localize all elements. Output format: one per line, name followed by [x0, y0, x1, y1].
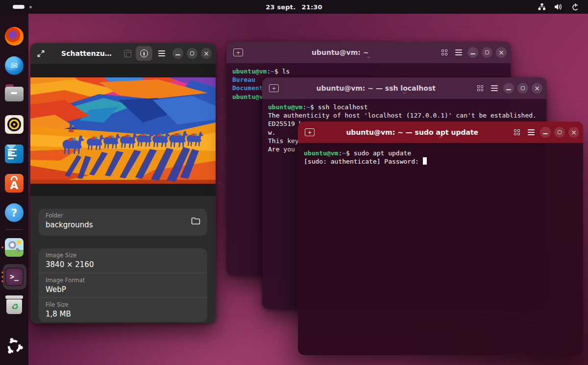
clock-date: 23 sept. — [266, 3, 295, 11]
image-viewer-titlebar[interactable]: Schattenzu… i × — [30, 43, 216, 64]
fullscreen-icon[interactable] — [34, 47, 47, 60]
dock-item-thunderbird[interactable]: ✉ — [0, 51, 28, 80]
terminal-window-sudo-apt-update: +ubuntu@vm: ~ — sudo apt update~×ubuntu@… — [298, 122, 583, 355]
close-button[interactable]: × — [496, 47, 507, 58]
maximize-button[interactable] — [517, 83, 528, 94]
camel-caravan-image — [30, 77, 216, 184]
new-tab-icon[interactable]: + — [269, 84, 279, 92]
workspace-indicator[interactable] — [13, 5, 32, 9]
minimize-button[interactable] — [172, 48, 183, 59]
dock-item-firefox[interactable] — [0, 22, 28, 51]
dock-item-trash[interactable]: ♻ — [0, 292, 28, 321]
menu-button[interactable] — [491, 85, 498, 91]
window-subtitle: ~ — [402, 91, 406, 96]
window-subtitle: ~ — [367, 55, 370, 60]
terminal-titlebar[interactable]: +ubuntu@vm: ~ — sudo apt update~× — [298, 122, 583, 143]
dock-item-libreoffice-writer[interactable] — [0, 139, 28, 169]
ubuntu-logo-icon — [5, 337, 24, 356]
image-viewer-window: Schattenzu… i × — [30, 43, 216, 323]
speaker-icon — [555, 3, 563, 10]
image-format-label: Image Format — [46, 277, 200, 284]
dock-item-show-apps[interactable] — [0, 332, 28, 361]
property-folder[interactable]: Folder backgrounds — [39, 209, 207, 236]
files-icon — [5, 87, 24, 105]
image-viewer-icon — [5, 238, 24, 257]
new-tab-icon[interactable]: + — [233, 49, 243, 56]
dock: ✉ A ? >_ ♻ — [0, 14, 28, 365]
image-format-value: WebP — [46, 285, 200, 294]
menu-button[interactable] — [154, 46, 169, 61]
dock-item-rhythmbox[interactable] — [0, 110, 28, 139]
new-tab-icon[interactable]: + — [305, 128, 315, 136]
rhythmbox-icon — [5, 115, 24, 134]
file-size-label: File Size — [46, 301, 200, 308]
menu-button[interactable] — [528, 129, 535, 135]
terminal-line: [sudo: authenticate] Password: — [304, 157, 583, 166]
terminal-titlebar[interactable]: +ubuntu@vm: ~ — ssh localhost~× — [262, 77, 546, 99]
clock-time: 21:30 — [301, 3, 322, 11]
minimize-button[interactable] — [467, 47, 478, 58]
terminal-line: ubuntu@vm:~$ ls — [232, 67, 511, 75]
dock-item-files[interactable] — [0, 80, 28, 110]
window-title: Schattenzu… — [50, 49, 123, 57]
power-icon — [572, 3, 579, 11]
dock-item-help[interactable]: ? — [0, 198, 28, 227]
dock-separator — [6, 229, 23, 230]
help-icon: ? — [5, 203, 24, 222]
terminal-line: The authenticity of host 'localhost (127… — [268, 111, 546, 120]
firefox-icon — [5, 27, 24, 46]
maximize-button[interactable] — [554, 127, 565, 138]
terminal-output[interactable]: ubuntu@vm:~$ sudo apt update[sudo: authe… — [298, 143, 583, 166]
terminal-cursor — [423, 157, 427, 165]
image-size-value: 3840 × 2160 — [46, 260, 200, 269]
running-indicator — [1, 246, 3, 248]
property-image-size: Image Size 3840 × 2160 — [39, 248, 207, 273]
clock[interactable]: 23 sept. 21:30 — [266, 3, 322, 11]
trash-icon: ♻ — [5, 298, 24, 316]
window-title: ubuntu@vm: ~ — ssh localhost — [279, 84, 473, 92]
info-icon: i — [140, 49, 148, 57]
property-image-format: Image Format WebP — [39, 273, 207, 297]
terminal-line: ubuntu@vm:~$ sudo apt update — [304, 149, 583, 157]
thunderbird-icon: ✉ — [5, 56, 24, 75]
maximize-button[interactable] — [482, 47, 492, 58]
minimize-button[interactable] — [503, 83, 514, 94]
tab-overview-icon[interactable] — [477, 85, 484, 92]
tab-overview-icon[interactable] — [441, 49, 448, 56]
image-letterbox-top — [30, 64, 216, 77]
active-workspace-pill[interactable] — [13, 5, 24, 9]
close-button[interactable]: × — [568, 127, 579, 138]
menu-button[interactable] — [455, 49, 462, 55]
properties-panel: Folder backgrounds Image Size 3840 × 216… — [30, 209, 216, 323]
file-size-value: 1,8 MB — [46, 310, 200, 318]
window-title: ubuntu@vm: ~ — sudo apt update — [315, 128, 510, 136]
folder-value: backgrounds — [46, 220, 200, 229]
properties-toggle-button[interactable]: i — [136, 46, 152, 61]
network-tree-icon — [538, 3, 546, 10]
console-icon: >_ — [5, 268, 24, 286]
dock-item-image-viewer[interactable] — [0, 233, 28, 262]
copy-image-icon[interactable] — [124, 50, 131, 57]
top-bar: 23 sept. 21:30 — [0, 0, 588, 14]
dock-item-console[interactable]: >_ — [0, 262, 28, 292]
image-letterbox-bottom — [30, 184, 216, 196]
dock-item-app-center[interactable]: A — [0, 169, 28, 198]
system-status-area[interactable] — [538, 3, 579, 11]
app-center-icon: A — [5, 174, 24, 193]
property-file-size: File Size 1,8 MB — [39, 297, 207, 322]
window-subtitle: ~ — [439, 135, 442, 140]
inactive-workspace-dot[interactable] — [29, 6, 32, 8]
tab-overview-icon[interactable] — [514, 129, 520, 136]
open-folder-icon[interactable] — [191, 217, 200, 227]
folder-label: Folder — [46, 212, 200, 219]
running-indicator — [1, 271, 3, 282]
window-title: ubuntu@vm: ~ — [243, 49, 438, 56]
close-button[interactable]: × — [201, 48, 212, 59]
libreoffice-writer-icon — [5, 145, 24, 163]
minimize-button[interactable] — [540, 127, 551, 138]
maximize-button[interactable] — [187, 48, 197, 59]
close-button[interactable]: × — [532, 83, 542, 94]
terminal-line: ubuntu@vm:~$ ssh localhost — [268, 103, 546, 111]
terminal-titlebar[interactable]: +ubuntu@vm: ~~× — [226, 42, 511, 63]
image-size-label: Image Size — [46, 252, 200, 259]
